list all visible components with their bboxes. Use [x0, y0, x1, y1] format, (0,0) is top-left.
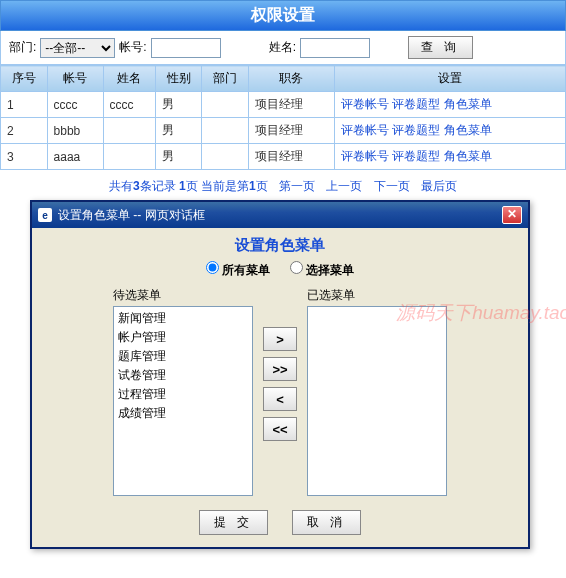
dept-label: 部门: — [9, 39, 36, 56]
settings-link[interactable]: 评卷题型 — [392, 123, 440, 137]
dialog-titlebar-text: 设置角色菜单 -- 网页对话框 — [58, 207, 205, 224]
cell-role: 项目经理 — [248, 144, 334, 170]
available-listbox[interactable]: 新闻管理帐户管理题库管理试卷管理过程管理成绩管理 — [113, 306, 253, 496]
settings-link[interactable]: 角色菜单 — [444, 123, 492, 137]
submit-button[interactable]: 提 交 — [199, 510, 268, 535]
column-header: 部门 — [202, 66, 249, 92]
last-page-link[interactable]: 最后页 — [421, 179, 457, 193]
role-menu-dialog: e 设置角色菜单 -- 网页对话框 ✕ 设置角色菜单 所有菜单 选择菜单 待选菜… — [30, 200, 530, 549]
name-label: 姓名: — [269, 39, 296, 56]
list-item[interactable]: 新闻管理 — [116, 309, 250, 328]
right-list-label: 已选菜单 — [307, 287, 447, 304]
cell-settings: 评卷帐号 评卷题型 角色菜单 — [334, 118, 565, 144]
prev-page-link[interactable]: 上一页 — [326, 179, 362, 193]
radio-all[interactable] — [206, 261, 219, 274]
dept-select[interactable]: --全部-- — [40, 38, 115, 58]
column-header: 帐号 — [47, 66, 103, 92]
settings-link[interactable]: 评卷帐号 — [341, 123, 389, 137]
cell-name — [103, 118, 155, 144]
table-row: 3aaaa男项目经理评卷帐号 评卷题型 角色菜单 — [1, 144, 566, 170]
list-item[interactable]: 题库管理 — [116, 347, 250, 366]
acct-input[interactable] — [151, 38, 221, 58]
settings-link[interactable]: 评卷题型 — [392, 97, 440, 111]
cell-name: cccc — [103, 92, 155, 118]
acct-label: 帐号: — [119, 39, 146, 56]
cell-name — [103, 144, 155, 170]
column-header: 姓名 — [103, 66, 155, 92]
cancel-button[interactable]: 取 消 — [292, 510, 361, 535]
search-button[interactable]: 查 询 — [408, 36, 473, 59]
dialog-heading: 设置角色菜单 — [42, 234, 518, 261]
list-item[interactable]: 帐户管理 — [116, 328, 250, 347]
dialog-titlebar: e 设置角色菜单 -- 网页对话框 ✕ — [32, 202, 528, 228]
radio-select[interactable] — [290, 261, 303, 274]
selected-listbox[interactable] — [307, 306, 447, 496]
cell-no: 2 — [1, 118, 48, 144]
cell-dept — [202, 144, 249, 170]
cell-acct: aaaa — [47, 144, 103, 170]
radio-row: 所有菜单 选择菜单 — [42, 261, 518, 279]
first-page-link[interactable]: 第一页 — [279, 179, 315, 193]
list-item[interactable]: 成绩管理 — [116, 404, 250, 423]
remove-button[interactable]: < — [263, 387, 297, 411]
pagination: 共有3条记录 1页 当前是第1页 第一页 上一页 下一页 最后页 — [0, 170, 566, 203]
list-item[interactable]: 过程管理 — [116, 385, 250, 404]
filter-bar: 部门: --全部-- 帐号: 姓名: 查 询 — [0, 31, 566, 65]
cell-gender: 男 — [155, 118, 202, 144]
name-input[interactable] — [300, 38, 370, 58]
add-all-button[interactable]: >> — [263, 357, 297, 381]
radio-select-label[interactable]: 选择菜单 — [290, 263, 354, 277]
page-title: 权限设置 — [0, 0, 566, 31]
cell-gender: 男 — [155, 144, 202, 170]
column-header: 序号 — [1, 66, 48, 92]
add-button[interactable]: > — [263, 327, 297, 351]
cell-role: 项目经理 — [248, 92, 334, 118]
column-header: 设置 — [334, 66, 565, 92]
data-table: 序号帐号姓名性别部门职务设置 1cccccccc男项目经理评卷帐号 评卷题型 角… — [0, 65, 566, 170]
cell-dept — [202, 118, 249, 144]
cell-role: 项目经理 — [248, 118, 334, 144]
settings-link[interactable]: 角色菜单 — [444, 149, 492, 163]
next-page-link[interactable]: 下一页 — [374, 179, 410, 193]
table-row: 2bbbb男项目经理评卷帐号 评卷题型 角色菜单 — [1, 118, 566, 144]
cell-acct: bbbb — [47, 118, 103, 144]
ie-icon: e — [38, 208, 52, 222]
cell-acct: cccc — [47, 92, 103, 118]
radio-all-label[interactable]: 所有菜单 — [206, 263, 270, 277]
cell-gender: 男 — [155, 92, 202, 118]
page-summary: 共有3条记录 1页 当前是第1页 — [109, 179, 268, 193]
cell-settings: 评卷帐号 评卷题型 角色菜单 — [334, 92, 565, 118]
settings-link[interactable]: 角色菜单 — [444, 97, 492, 111]
close-icon[interactable]: ✕ — [502, 206, 522, 224]
column-header: 性别 — [155, 66, 202, 92]
cell-dept — [202, 92, 249, 118]
cell-no: 1 — [1, 92, 48, 118]
settings-link[interactable]: 评卷帐号 — [341, 149, 389, 163]
column-header: 职务 — [248, 66, 334, 92]
settings-link[interactable]: 评卷题型 — [392, 149, 440, 163]
left-list-label: 待选菜单 — [113, 287, 253, 304]
remove-all-button[interactable]: << — [263, 417, 297, 441]
cell-settings: 评卷帐号 评卷题型 角色菜单 — [334, 144, 565, 170]
cell-no: 3 — [1, 144, 48, 170]
table-row: 1cccccccc男项目经理评卷帐号 评卷题型 角色菜单 — [1, 92, 566, 118]
list-item[interactable]: 试卷管理 — [116, 366, 250, 385]
settings-link[interactable]: 评卷帐号 — [341, 97, 389, 111]
